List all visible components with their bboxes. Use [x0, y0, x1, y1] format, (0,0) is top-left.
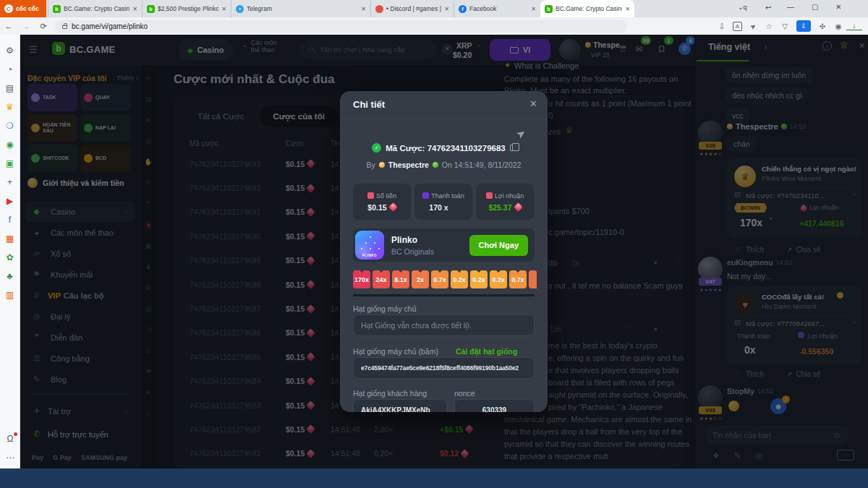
emoji-icon[interactable]: ☺	[833, 430, 841, 440]
tab-my-bets[interactable]: Cược của tôi	[260, 106, 337, 127]
strip-icon[interactable]: ◎	[145, 137, 151, 145]
search-input[interactable]	[320, 46, 428, 53]
strip-icon[interactable]: ✎	[145, 179, 151, 187]
info-icon[interactable]: i	[822, 41, 832, 51]
card-bet-id[interactable]: Mã cược: #7476234110...	[746, 192, 825, 200]
tab-close-icon[interactable]: ✕	[444, 6, 449, 12]
vip-card[interactable]: SHITCODE	[27, 145, 77, 172]
bell-icon[interactable]: Ω	[658, 44, 665, 54]
comment-user[interactable]: illi	[548, 259, 557, 267]
share-button[interactable]: ↗Chia sẻ	[786, 370, 820, 378]
tab-all-bets[interactable]: Tất cả Cược	[184, 106, 257, 127]
coin-rain-icon[interactable]: ❖	[712, 451, 720, 461]
sidebar-menu-item[interactable]: ▱ Xổ số	[25, 243, 135, 264]
vip-card[interactable]: HOÀN TIỀN XẤU	[27, 114, 77, 142]
sidebar-menu-item[interactable]: ◆ Casino ›	[25, 201, 135, 222]
browser-tab[interactable]: BC.Game: Crypto Casino Gan ✕	[48, 0, 142, 17]
vip-more-link[interactable]: Thêm ›	[116, 74, 138, 82]
url-field[interactable]: bc.game/vi/game/plinko	[55, 20, 626, 33]
notifications-bell-icon[interactable]: Ω	[0, 434, 20, 444]
feed-icon[interactable]: ▤	[6, 82, 14, 94]
nav-sports-tab[interactable]: ◔ Các môn thể thao	[242, 39, 277, 53]
extensions-icon[interactable]: ✣	[814, 22, 830, 30]
modal-close-icon[interactable]: ✕	[529, 98, 537, 109]
history-icon[interactable]: ◔	[7, 64, 12, 75]
kebab-menu-icon[interactable]: ⋮	[675, 257, 682, 265]
nonce-field[interactable]	[454, 399, 535, 412]
like-icon[interactable]: ♡	[626, 258, 632, 266]
bet-username[interactable]: Thespectre	[388, 160, 429, 169]
sidebar-menu-item[interactable]: ◎ Đại lý	[25, 306, 135, 327]
strip-icon-active[interactable]: ●	[145, 221, 151, 229]
kebab-menu-icon[interactable]: ⋮	[675, 324, 682, 332]
coccoc-menu-button[interactable]: C cốc cốc	[0, 0, 46, 17]
strip-icon[interactable]: ☺	[145, 409, 151, 418]
sidebar-menu-item[interactable]: ● Các môn thể thao	[25, 222, 135, 243]
server-hash-field[interactable]	[353, 357, 535, 379]
reload-icon[interactable]: ⟳	[35, 22, 52, 31]
bcgame-logo-text[interactable]: BC.GAME	[69, 44, 116, 55]
copy-icon[interactable]	[510, 145, 516, 151]
user-menu-icon[interactable]: ☰	[619, 44, 626, 53]
tab-close-icon[interactable]: ✕	[625, 6, 630, 12]
chat-username[interactable]: euKingmenu	[727, 258, 773, 267]
like-icon[interactable]: ♡	[626, 325, 632, 333]
chevron-right-icon[interactable]: ›	[765, 43, 767, 51]
seed-settings-link[interactable]: Cài đặt hạt giống	[456, 347, 517, 356]
bcgame-logo-icon[interactable]: b	[52, 42, 65, 55]
sidebar-menu-item[interactable]: ❞ Diễn đàn	[25, 327, 135, 348]
cart-icon[interactable]: ▥	[6, 289, 14, 301]
game-name[interactable]: Plinko	[391, 235, 434, 245]
tab-close-icon[interactable]: ✕	[132, 6, 137, 12]
chat-input[interactable]	[712, 431, 828, 440]
strip-icon[interactable]: ▤	[145, 95, 152, 103]
chat-username[interactable]: StopMy	[727, 387, 754, 395]
recent-tabs-icon[interactable]: ↩	[765, 4, 771, 12]
nav-casino-tab[interactable]: ◆ Casino	[178, 39, 233, 61]
chat-close-icon[interactable]: ✕	[859, 41, 865, 51]
strip-icon[interactable]: ▥	[145, 304, 152, 313]
loss-share-card[interactable]: ♥ COCOđã lấy tất cả! Hìu Damn Moment ⚄ M…	[727, 286, 861, 364]
strip-icon[interactable]: ⚑	[145, 367, 151, 376]
translate-icon[interactable]: A	[733, 22, 742, 31]
profile-avatar-icon[interactable]: ◉	[830, 22, 846, 30]
plinko-game-icon[interactable]: PLINKO	[355, 231, 384, 260]
strip-icon[interactable]: ♟	[145, 262, 151, 271]
chat-username[interactable]: Thespectre	[736, 122, 778, 131]
multiplier-scrollbar[interactable]	[353, 294, 535, 296]
coccoc-icon[interactable]: ◉	[6, 139, 13, 150]
like-button[interactable]: ♡Thích	[736, 370, 764, 378]
share-button[interactable]: ↗Chia sẻ	[786, 246, 820, 254]
server-seed-field[interactable]	[353, 314, 535, 336]
vip-card[interactable]: BCD	[80, 145, 130, 172]
maximize-button[interactable]: ▢	[812, 3, 818, 11]
strip-icon[interactable]: ➤	[145, 116, 151, 124]
gear-icon[interactable]: ⚙	[6, 45, 14, 56]
heart-icon[interactable]: ●	[653, 325, 658, 333]
strip-icon[interactable]: ⚙	[145, 283, 151, 292]
messenger-icon[interactable]: ❍	[6, 120, 14, 132]
currency-code[interactable]: XRP	[456, 41, 472, 50]
strip-icon[interactable]: ✋	[144, 158, 152, 166]
sidebar-item-sponsor[interactable]: ✈ Tài trợ ›	[25, 401, 135, 421]
tree-icon[interactable]: ♣	[7, 270, 13, 282]
sidebar-item-support[interactable]: ✆ Hỗ trợ trực tuyến	[25, 424, 135, 445]
media-download-icon[interactable]: ⇩	[714, 22, 730, 30]
browser-tab[interactable]: $2,500 Prestige Plinko Challe ✕	[142, 0, 231, 17]
play-now-button[interactable]: Chơi Ngay	[469, 235, 529, 256]
referral-button[interactable]: Giới thiệu và kiếm tiền	[27, 178, 124, 188]
downloads-tray-icon[interactable]: ↓	[846, 22, 862, 30]
strip-icon[interactable]: ❞	[147, 200, 150, 208]
youtube-icon[interactable]: ▶	[7, 195, 13, 207]
sidebar-menu-item[interactable]: ♕ VIP Câu lạc bộ	[25, 285, 135, 306]
sidebar-menu-item[interactable]: ⚑ Khuyến mãi	[25, 264, 135, 285]
trophy-icon[interactable]: ♕	[840, 40, 848, 51]
gif-keyboard-icon[interactable]: ···	[837, 450, 854, 461]
tab-close-icon[interactable]: ✕	[221, 6, 226, 12]
strip-icon[interactable]: ✈	[145, 74, 151, 82]
challenge-link[interactable]: c.game/topic/11910-0	[548, 228, 624, 236]
gift-icon[interactable]: ✿	[6, 252, 13, 263]
share-icon[interactable]: ➤	[514, 126, 529, 142]
browser-tab[interactable]: Telegram ✕	[231, 0, 370, 17]
user-avatar[interactable]	[559, 39, 581, 61]
